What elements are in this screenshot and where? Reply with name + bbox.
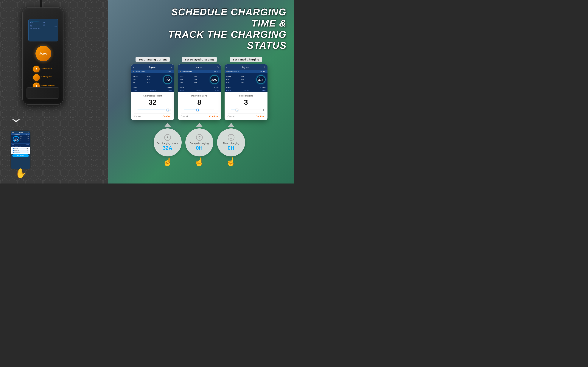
title-section: SCHEDULE CHARGING TIME & TRACK THE CHARG… xyxy=(110,4,288,55)
delayed-charging-dialog: Delayed charging 8 − + Cancel Confirm xyxy=(178,92,221,120)
app-back-icon-1[interactable]: ‹ xyxy=(180,66,181,69)
wifi-icon xyxy=(12,118,20,126)
badge-circle-2: ⏱ Timed charging 0H xyxy=(217,128,245,156)
metrics-bottom-2: 0.0kW 0.0kWh xyxy=(224,86,267,89)
charger-button-a[interactable]: A xyxy=(33,66,40,72)
dialog-title-1: Delayed charging xyxy=(181,95,218,97)
panel-set-charging-current: Set Charging Current ‹ feyree ✎ Device S… xyxy=(131,57,174,120)
app-status-bar-2: Device Status 29.9℃ xyxy=(224,70,267,73)
app-panel-0: ‹ feyree ✎ Device Status 29.9℃ 231.2V 0.… xyxy=(131,64,174,120)
slider-plus-2[interactable]: + xyxy=(263,108,264,112)
slider-fill-0 xyxy=(137,109,165,110)
badge-text-2: Timed charging xyxy=(223,142,239,145)
page-title-line2: TRACK THE CHARGING STATUS xyxy=(148,29,287,51)
slider-2[interactable]: − + xyxy=(228,108,265,112)
hand-icon-phone: 🤚 xyxy=(10,168,31,178)
metrics-bottom-1: 0.0kW 0.0kWh xyxy=(178,86,221,89)
ev-charger-device: Device Status 29.9℃ 231.2V0.0A 0.0V0.0A … xyxy=(22,8,67,116)
app-back-icon-0[interactable]: ‹ xyxy=(133,66,134,69)
slider-thumb-2[interactable] xyxy=(236,109,238,111)
main-content: SCHEDULE CHARGING TIME & TRACK THE CHARG… xyxy=(105,0,294,184)
slider-thumb-0[interactable] xyxy=(166,109,169,111)
slider-minus-0[interactable]: − xyxy=(134,108,136,112)
gauge-2: Ready 32A xyxy=(256,75,266,84)
app-title-0: feyree xyxy=(149,66,156,68)
dialog-buttons-2: Cancel Confirm xyxy=(228,114,265,118)
timed-charging-dialog: Timed charging 3 − + Cancel Confirm xyxy=(224,92,267,120)
charger-button-d[interactable]: D xyxy=(33,74,40,81)
slider-minus-2[interactable]: − xyxy=(228,108,229,112)
arrow-up-2 xyxy=(228,123,234,127)
badge-circle-0: A Set charging current 32A xyxy=(154,128,182,156)
bottom-badge-0: A Set charging current 32A ☝️ xyxy=(154,123,182,167)
app-edit-icon-2[interactable]: ✎ xyxy=(264,66,265,68)
app-title-2: feyree xyxy=(242,66,249,68)
app-edit-icon-1[interactable]: ✎ xyxy=(217,66,219,68)
slider-track-1[interactable] xyxy=(184,109,215,110)
confirm-button-2[interactable]: Confirm xyxy=(256,115,265,118)
badge-value-2: 0H xyxy=(228,145,234,151)
slider-fill-1 xyxy=(184,109,198,110)
charger-body: Device Status 29.9℃ 231.2V0.0A 0.0V0.0A … xyxy=(22,8,64,105)
dialog-value-1: 8 xyxy=(181,98,218,106)
charger-screen: Device Status 29.9℃ 231.2V0.0A 0.0V0.0A … xyxy=(28,19,58,42)
arrow-up-0 xyxy=(164,123,171,127)
slider-track-2[interactable] xyxy=(231,109,261,110)
slider-plus-0[interactable]: + xyxy=(169,108,171,112)
cancel-button-2[interactable]: Cancel xyxy=(228,115,234,118)
dialog-value-2: 3 xyxy=(228,98,265,106)
panel-set-delayed-charging: Set Delayed Charging ‹ feyree ✎ Device S… xyxy=(178,57,221,120)
app-status-bar-0: Device Status 29.9℃ xyxy=(131,70,174,73)
metrics-bottom-0: 0.0kW 0.0kWh xyxy=(131,86,174,89)
panels-container: Set Charging Current ‹ feyree ✎ Device S… xyxy=(110,57,288,120)
confirm-button-1[interactable]: Confirm xyxy=(209,115,218,118)
app-header-2: ‹ feyree ✎ xyxy=(224,64,267,70)
bottom-badge-2: ⏱ Timed charging 0H ☝️ xyxy=(217,123,245,167)
cancel-button-0[interactable]: Cancel xyxy=(134,115,141,118)
charger-logo: feyree xyxy=(35,45,52,62)
app-back-icon-2[interactable]: ‹ xyxy=(226,66,227,69)
gauge-0: Ready 32A xyxy=(163,75,172,84)
app-panel-2: ‹ feyree ✎ Device Status 29.9℃ 231.2V 0.… xyxy=(224,64,267,120)
slider-minus-1[interactable]: − xyxy=(181,108,182,112)
slider-0[interactable]: − + xyxy=(134,108,171,112)
slider-plus-1[interactable]: + xyxy=(216,108,218,112)
slider-thumb-1[interactable] xyxy=(196,109,199,111)
badge-icon-0: A xyxy=(164,134,171,141)
phone-body: ●●● feyree ✎ Device Status 29.9℃ 231.2V … xyxy=(10,130,31,169)
badge-value-1: 0H xyxy=(196,145,203,151)
phone-container: ●●● feyree ✎ Device Status 29.9℃ 231.2V … xyxy=(10,130,31,178)
confirm-button-0[interactable]: Confirm xyxy=(163,115,171,118)
panel-set-timed-charging: Set Timed Charging ‹ feyree ✎ Device Sta… xyxy=(224,57,267,120)
badge-text-1: Delayed charging xyxy=(190,142,209,145)
app-edit-icon-0[interactable]: ✎ xyxy=(170,66,172,68)
app-header-1: ‹ feyree ✎ xyxy=(178,64,221,70)
panel-label-1: Set Delayed Charging xyxy=(182,57,217,62)
slider-track-0[interactable] xyxy=(137,109,168,110)
phone-start-button[interactable]: Start Charging xyxy=(12,154,29,157)
hand-icon-0: ☝️ xyxy=(162,157,173,167)
gauge-1: Ready 32A xyxy=(210,75,219,84)
charger-btn-t-label: Set Charging Time xyxy=(41,84,55,86)
badge-circle-1: ↺ Delayed charging 0H xyxy=(185,128,213,156)
slider-1[interactable]: − + xyxy=(181,108,218,112)
charger-btn-a-label: Adjust Current xyxy=(41,67,52,69)
app-status-bar-1: Device Status 29.9℃ xyxy=(178,70,221,73)
dialog-title-2: Timed charging xyxy=(228,95,265,97)
page-title-line1: SCHEDULE CHARGING TIME & xyxy=(148,7,287,29)
charger-btn-d-label: Set Delay Time xyxy=(41,76,52,78)
dialog-value-0: 32 xyxy=(134,98,171,106)
hand-icon-2: ☝️ xyxy=(226,157,236,167)
badge-icon-1: ↺ xyxy=(196,134,203,141)
dialog-buttons-0: Cancel Confirm xyxy=(134,114,171,118)
dialog-buttons-1: Cancel Confirm xyxy=(181,114,218,118)
app-metrics-0: 231.2V 0.0A Ready 32A 0.0V 0.0A 0.0V 0.0… xyxy=(131,73,174,86)
phone-title: feyree xyxy=(19,132,23,133)
app-metrics-2: 231.2V 0.0A Ready 32A 0.0V 0.0A 0.0V 0.0… xyxy=(224,73,267,86)
cancel-button-1[interactable]: Cancel xyxy=(181,115,188,118)
charging-current-dialog: Set charging current 32 − + Cancel Confi… xyxy=(131,92,174,120)
app-header-0: ‹ feyree ✎ xyxy=(131,64,174,70)
badge-text-0: Set charging current xyxy=(157,142,178,145)
panel-label-2: Set Timed Charging xyxy=(230,57,262,62)
bottom-badge-1: ↺ Delayed charging 0H ☝️ xyxy=(185,123,213,167)
